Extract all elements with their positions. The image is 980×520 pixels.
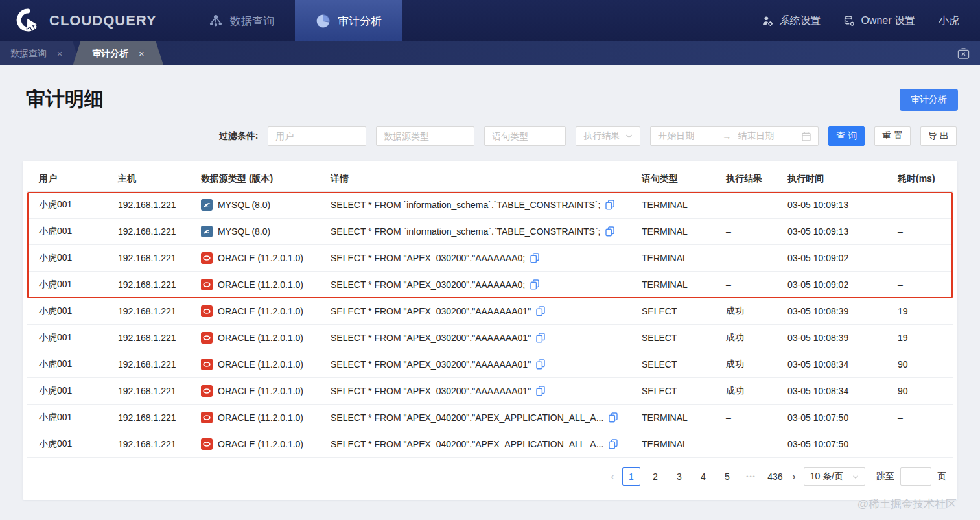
- table-row: 小虎001 192.168.1.221 MYSQL (8.0) SELECT *…: [27, 192, 953, 219]
- cell-detail: SELECT * FROM "APEX_030200"."AAAAAAA01": [319, 386, 630, 396]
- nav-item-audit-analysis[interactable]: 审计分析: [295, 0, 402, 41]
- table-row: 小虎001 192.168.1.221 ORACLE (11.2.0.1.0) …: [27, 378, 953, 405]
- cell-statement-type: SELECT: [630, 359, 714, 370]
- query-button[interactable]: 查 询: [828, 126, 865, 146]
- tab-audit-analysis[interactable]: 审计分析 ×: [73, 41, 163, 65]
- copy-icon[interactable]: [536, 359, 545, 370]
- navbar-right: 系统设置 Owner 设置 小虎: [762, 0, 980, 41]
- tab-close-icon[interactable]: ×: [139, 49, 144, 59]
- column-header: 数据源类型 (版本): [189, 173, 319, 185]
- nav-item-data-query[interactable]: 数据查询: [188, 0, 295, 41]
- page-button[interactable]: 4: [694, 467, 712, 486]
- datasource-label: ORACLE (11.2.0.1.0): [218, 439, 303, 449]
- cell-user: 小虎001: [27, 385, 106, 397]
- cell-statement-type: TERMINAL: [630, 226, 714, 237]
- user-gear-icon: [762, 16, 773, 27]
- copy-icon[interactable]: [530, 253, 539, 263]
- column-header: 主机: [106, 173, 189, 185]
- page-size-select[interactable]: 10 条/页: [804, 467, 865, 486]
- cell-host: 192.168.1.221: [106, 279, 189, 290]
- close-all-tabs-icon[interactable]: [957, 48, 970, 59]
- page-header: 审计明细 审计分析: [26, 86, 958, 113]
- datasource-label: ORACLE (11.2.0.1.0): [218, 279, 303, 290]
- tab-close-icon[interactable]: ×: [57, 49, 62, 59]
- export-button[interactable]: 导 出: [920, 126, 957, 146]
- cell-result: –: [714, 279, 776, 290]
- page-button[interactable]: 5: [718, 467, 736, 486]
- copy-icon[interactable]: [536, 333, 545, 343]
- oracle-ring-icon: [202, 254, 211, 263]
- jump-page-input[interactable]: [900, 467, 931, 486]
- page-button[interactable]: 2: [646, 467, 664, 486]
- next-page-icon[interactable]: ›: [790, 470, 798, 483]
- oracle-ring-icon: [202, 386, 211, 396]
- cell-detail: SELECT * FROM "APEX_040200"."APEX_APPLIC…: [319, 412, 630, 423]
- owner-settings-label: Owner 设置: [861, 14, 915, 28]
- cell-time: 03-05 10:08:39: [776, 306, 886, 316]
- cell-cost: 19: [886, 306, 953, 316]
- pagination: ‹ 12345•••436 › 10 条/页 跳至 页: [27, 467, 946, 486]
- cell-host: 192.168.1.221: [106, 200, 189, 210]
- cell-time: 03-05 10:09:02: [776, 253, 886, 263]
- copy-icon[interactable]: [530, 279, 539, 290]
- filter-bar: 过滤条件: 执行结果 开始日期 → 结束日期 查 询 重 置 导 出: [0, 126, 957, 146]
- result-filter-select[interactable]: 执行结果: [576, 126, 640, 146]
- datasource-icon: [201, 385, 213, 397]
- cell-cost: 90: [886, 359, 953, 370]
- cell-datasource: ORACLE (11.2.0.1.0): [189, 359, 319, 370]
- cell-detail: SELECT * FROM "APEX_030200"."AAAAAAA01": [319, 306, 630, 316]
- user-menu[interactable]: 小虎: [939, 14, 959, 28]
- date-range-picker[interactable]: 开始日期 → 结束日期: [650, 126, 819, 146]
- cell-datasource: ORACLE (11.2.0.1.0): [189, 385, 319, 397]
- cell-user: 小虎001: [27, 199, 106, 211]
- owner-settings-link[interactable]: Owner 设置: [844, 14, 915, 28]
- copy-icon[interactable]: [605, 226, 614, 237]
- copy-icon[interactable]: [536, 386, 545, 396]
- detail-sql-text: SELECT * FROM `information_schema`.`TABL…: [331, 226, 600, 237]
- cell-cost: –: [886, 279, 953, 290]
- cell-user: 小虎001: [27, 305, 106, 317]
- start-date-placeholder: 开始日期: [658, 130, 716, 142]
- statement-filter-input[interactable]: [484, 126, 566, 146]
- copy-icon[interactable]: [605, 200, 614, 210]
- cell-cost: –: [886, 253, 953, 263]
- cell-statement-type: SELECT: [630, 386, 714, 396]
- copy-icon[interactable]: [536, 306, 545, 316]
- page-button[interactable]: 1: [622, 467, 640, 486]
- system-settings-link[interactable]: 系统设置: [762, 14, 821, 28]
- cell-result: 成功: [714, 359, 776, 370]
- column-header: 详情: [319, 173, 630, 185]
- table-row: 小虎001 192.168.1.221 ORACLE (11.2.0.1.0) …: [27, 298, 953, 325]
- reset-button[interactable]: 重 置: [874, 126, 911, 146]
- cell-result: 成功: [714, 385, 776, 397]
- pie-chart-icon: [316, 14, 331, 29]
- cell-time: 03-05 10:09:13: [776, 200, 886, 210]
- audit-analysis-button[interactable]: 审计分析: [900, 89, 958, 111]
- network-icon: [209, 14, 223, 28]
- page-ellipsis[interactable]: •••: [742, 467, 760, 486]
- detail-sql-text: SELECT * FROM "APEX_040200"."APEX_APPLIC…: [331, 439, 603, 449]
- cell-detail: SELECT * FROM "APEX_030200"."AAAAAAA01": [319, 333, 630, 343]
- datasource-icon: [201, 305, 213, 317]
- datasource-label: ORACLE (11.2.0.1.0): [218, 306, 303, 316]
- main-nav: 数据查询 审计分析: [188, 0, 402, 41]
- page-title: 审计明细: [26, 86, 104, 113]
- user-filter-input[interactable]: [268, 126, 366, 146]
- datasource-filter-input[interactable]: [376, 126, 474, 146]
- table-body: 小虎001 192.168.1.221 MYSQL (8.0) SELECT *…: [27, 192, 953, 458]
- cell-cost: –: [886, 439, 953, 449]
- cell-statement-type: TERMINAL: [630, 200, 714, 210]
- page-button[interactable]: 3: [670, 467, 688, 486]
- table-row: 小虎001 192.168.1.221 ORACLE (11.2.0.1.0) …: [27, 325, 953, 351]
- page-size-value: 10 条/页: [810, 471, 843, 482]
- datasource-label: ORACLE (11.2.0.1.0): [218, 253, 303, 263]
- cell-cost: –: [886, 226, 953, 237]
- copy-icon[interactable]: [609, 412, 618, 423]
- chevron-down-icon: [625, 134, 633, 139]
- prev-page-icon[interactable]: ‹: [609, 470, 616, 483]
- jump-unit-label: 页: [937, 471, 946, 482]
- page-button[interactable]: 436: [766, 467, 784, 486]
- tab-data-query[interactable]: 数据查询 ×: [0, 41, 80, 65]
- copy-icon[interactable]: [609, 439, 618, 449]
- cell-host: 192.168.1.221: [106, 439, 189, 449]
